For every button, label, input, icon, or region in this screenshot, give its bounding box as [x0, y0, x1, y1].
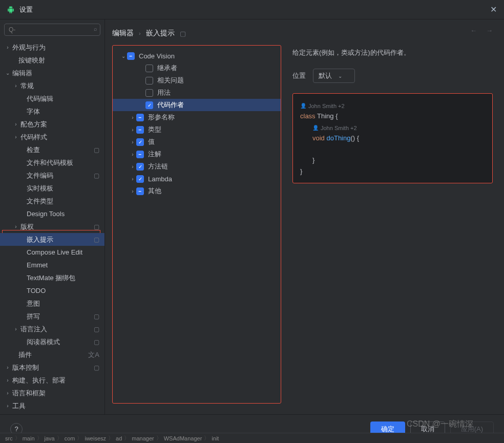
tree-item[interactable]: 代码作者	[113, 99, 281, 111]
sidebar-item[interactable]: 拼写▢	[0, 310, 104, 323]
tree-item[interactable]: ›注解	[113, 148, 281, 160]
chevron-icon[interactable]: ⌄	[120, 53, 127, 59]
chevron-icon[interactable]: ›	[4, 377, 11, 383]
sidebar-item[interactable]: ›工具	[0, 399, 104, 412]
chevron-icon[interactable]: ›	[12, 224, 19, 229]
sidebar-item[interactable]: ›配色方案	[0, 118, 104, 131]
breadcrumb-segment[interactable]: init	[212, 435, 219, 441]
sidebar-item[interactable]: Design Tools	[0, 207, 104, 220]
person-icon: 👤	[312, 124, 319, 133]
sidebar-item[interactable]: ›版权▢	[0, 220, 104, 233]
tree-item-label: 值	[148, 137, 155, 146]
checkbox[interactable]	[136, 138, 144, 146]
sidebar-item[interactable]: TextMate 捆绑包	[0, 271, 104, 284]
breadcrumb-segment[interactable]: main	[23, 435, 35, 441]
breadcrumb-segment[interactable]: com	[65, 435, 75, 441]
forward-arrow-icon[interactable]: →	[486, 27, 493, 34]
sidebar-item[interactable]: ›版本控制▢	[0, 361, 104, 374]
tree-item[interactable]: 用法	[113, 87, 281, 99]
sidebar-item[interactable]: ›代码样式	[0, 131, 104, 143]
breadcrumb-segment[interactable]: ad	[116, 435, 122, 441]
sidebar-item[interactable]: 文件类型	[0, 195, 104, 207]
chevron-icon[interactable]: ›	[129, 115, 136, 120]
main-panel: 编辑器 › 嵌入提示 ▢ ← → ⌄Code Vision继承者相关问题用法代码…	[105, 19, 504, 425]
sidebar-item[interactable]: 字体	[0, 105, 104, 118]
chevron-icon[interactable]: ›	[4, 403, 11, 409]
position-select[interactable]: 默认 ⌄	[313, 69, 355, 83]
tree-item[interactable]: ›值	[113, 136, 281, 148]
sidebar-item[interactable]: Emmet	[0, 259, 104, 271]
sidebar-item[interactable]: ›语言和框架	[0, 387, 104, 399]
checkbox[interactable]	[145, 101, 153, 109]
chevron-icon[interactable]: ›	[4, 365, 11, 370]
project-badge-icon: ▢	[94, 364, 99, 371]
tree-item[interactable]: ›类型	[113, 123, 281, 136]
sidebar-item[interactable]: ›语言注入▢	[0, 323, 104, 335]
tree-item[interactable]: ⌄Code Vision	[113, 50, 281, 62]
person-icon: 👤	[300, 102, 306, 111]
project-badge-icon: ▢	[94, 223, 99, 230]
tree-item-label: 继承者	[157, 64, 177, 73]
crumb-editor[interactable]: 编辑器	[112, 29, 134, 38]
chevron-icon[interactable]: ›	[129, 176, 136, 182]
checkbox[interactable]	[127, 52, 135, 60]
sidebar-item[interactable]: 检查▢	[0, 143, 104, 156]
checkbox[interactable]	[145, 89, 153, 97]
sidebar-item[interactable]: 意图	[0, 297, 104, 310]
search-input[interactable]	[4, 24, 100, 36]
tree-item[interactable]: ›方法链	[113, 160, 281, 173]
sidebar-item[interactable]: 按键映射	[0, 54, 104, 67]
sidebar-item[interactable]: 代码编辑	[0, 92, 104, 105]
checkbox[interactable]	[136, 114, 144, 121]
chevron-icon[interactable]: ›	[129, 139, 136, 145]
checkbox[interactable]	[136, 126, 144, 134]
sidebar-item[interactable]: ›外观与行为	[0, 41, 104, 54]
checkbox[interactable]	[136, 175, 144, 183]
checkbox[interactable]	[145, 77, 153, 85]
sidebar-item[interactable]: 阅读器模式▢	[0, 335, 104, 348]
chevron-icon[interactable]: ›	[129, 127, 136, 133]
checkbox[interactable]	[136, 187, 144, 195]
chevron-icon[interactable]: ›	[12, 326, 19, 332]
chevron-icon[interactable]: ›	[129, 188, 136, 194]
sidebar-item[interactable]: ›构建、执行、部署	[0, 374, 104, 387]
inlay-tree: ⌄Code Vision继承者相关问题用法代码作者›形参名称›类型›值›注解›方…	[112, 45, 281, 404]
chevron-icon[interactable]: ›	[4, 45, 11, 50]
code-hint-author: 👤John Smith +2	[300, 101, 345, 111]
sidebar-item[interactable]: 嵌入提示▢	[0, 233, 104, 246]
tree-item[interactable]: 继承者	[113, 62, 281, 74]
checkbox[interactable]	[136, 151, 144, 158]
breadcrumb-segment[interactable]: iweisesz	[85, 435, 106, 441]
close-icon[interactable]: ✕	[490, 5, 497, 14]
chevron-icon[interactable]: ›	[12, 121, 19, 127]
tree-item[interactable]: ›其他	[113, 185, 281, 197]
chevron-icon[interactable]: ⌄	[4, 70, 11, 76]
chevron-icon[interactable]: ›	[129, 164, 136, 170]
chevron-icon[interactable]: ›	[4, 390, 11, 396]
back-arrow-icon[interactable]: ←	[470, 27, 477, 34]
breadcrumb-segment[interactable]: manager	[132, 435, 154, 441]
sidebar-item[interactable]: 插件文A	[0, 348, 104, 361]
tree-item[interactable]: 相关问题	[113, 74, 281, 87]
tree-item-label: 其他	[148, 186, 161, 196]
sidebar-item[interactable]: 文件编码▢	[0, 169, 104, 182]
chevron-icon[interactable]: ›	[12, 134, 19, 140]
tree-item[interactable]: ›Lambda	[113, 173, 281, 185]
chevron-icon[interactable]: ›	[129, 152, 136, 157]
sidebar-item[interactable]: 实时模板	[0, 182, 104, 195]
checkbox[interactable]	[136, 163, 144, 171]
checkbox[interactable]	[145, 65, 153, 72]
search-icon[interactable]: ⌕	[94, 26, 97, 32]
chevron-icon[interactable]: ›	[12, 83, 19, 89]
sidebar-item[interactable]: ⌄编辑器	[0, 67, 104, 79]
sidebar-item[interactable]: TODO	[0, 284, 104, 297]
position-label: 位置	[292, 71, 306, 80]
tree-item[interactable]: ›形参名称	[113, 111, 281, 123]
sidebar-item[interactable]: Compose Live Edit	[0, 246, 104, 259]
breadcrumb-segment[interactable]: java	[45, 435, 55, 441]
sidebar-item[interactable]: ›常规	[0, 79, 104, 92]
breadcrumb-segment[interactable]: src	[5, 435, 13, 441]
sidebar-item[interactable]: 文件和代码模板	[0, 156, 104, 169]
breadcrumb-segment[interactable]: WSAdManager	[164, 435, 202, 441]
chevron-down-icon: ⌄	[338, 73, 342, 79]
